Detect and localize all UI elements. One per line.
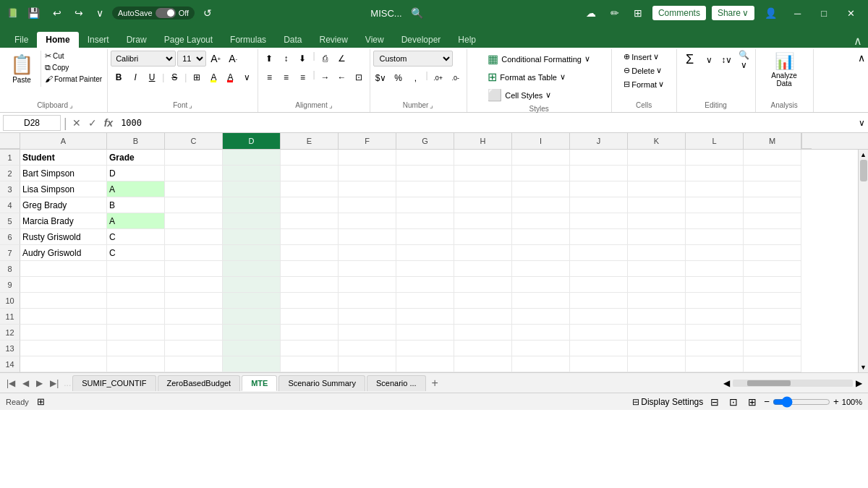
cell-g10[interactable] [396,293,454,309]
cell-h6[interactable] [454,229,512,245]
cell-j7[interactable] [570,245,628,261]
cell-a5[interactable]: Marcia Brady [20,213,107,229]
cell-j3[interactable] [570,181,628,197]
cell-b6[interactable]: C [107,229,165,245]
col-header-f[interactable]: F [339,133,396,149]
redo-button[interactable]: ↪ [70,6,88,20]
cell-b3[interactable]: A [107,181,165,197]
font-expand-icon[interactable]: ⌟ [189,101,192,109]
cell-c11[interactable] [165,309,223,325]
row-num-11[interactable]: 11 [0,309,20,325]
cell-l13[interactable] [686,341,744,356]
row-num-9[interactable]: 9 [0,277,20,293]
cell-j6[interactable] [570,229,628,245]
find-button[interactable]: 🔍∨ [736,52,752,68]
cell-k14[interactable] [628,356,686,372]
col-header-k[interactable]: K [628,133,686,149]
cell-f5[interactable] [339,213,396,229]
cell-d12[interactable] [223,325,281,341]
cell-j10[interactable] [570,293,628,309]
format-painter-button[interactable]: 🖌 Format Painter [43,74,104,84]
cell-h11[interactable] [454,309,512,325]
cell-c12[interactable] [165,325,223,341]
refresh-button[interactable]: ↺ [199,6,216,20]
comments-button[interactable]: Comments [652,6,706,20]
cell-e10[interactable] [281,293,339,309]
cut-button[interactable]: ✂ Cut [43,51,104,61]
cell-a13[interactable] [20,341,107,356]
cell-l10[interactable] [686,293,744,309]
cell-d5[interactable] [223,213,281,229]
edit-icon[interactable]: ✏ [606,6,624,20]
undo-button[interactable]: ↩ [48,6,66,20]
cell-l14[interactable] [686,356,744,372]
cell-m13[interactable] [744,341,801,356]
row-num-13[interactable]: 13 [0,341,20,356]
cell-b5[interactable]: A [107,213,165,229]
cell-l12[interactable] [686,325,744,341]
cell-f11[interactable] [339,309,396,325]
cell-f14[interactable] [339,356,396,372]
confirm-formula-button[interactable]: ✓ [86,116,99,129]
sheet-nav-next[interactable]: ▶ [33,377,46,390]
ribbon-collapse-button[interactable]: ∧ [854,34,862,48]
cell-h4[interactable] [454,197,512,213]
sum-button[interactable]: Σ [680,51,700,69]
cell-i11[interactable] [512,309,570,325]
cell-m9[interactable] [744,277,801,293]
cell-e11[interactable] [281,309,339,325]
share-button[interactable]: Share ∨ [712,6,754,20]
currency-button[interactable]: $∨ [373,70,389,86]
sheet-tab-scenario[interactable]: Scenario ... [367,375,426,391]
cell-f2[interactable] [339,166,396,181]
sheet-tab-scenario-summary[interactable]: Scenario Summary [278,375,365,391]
cell-b13[interactable] [107,341,165,356]
cell-m4[interactable] [744,197,801,213]
cell-l2[interactable] [686,166,744,181]
cell-j13[interactable] [570,341,628,356]
cell-i14[interactable] [512,356,570,372]
increase-font-button[interactable]: A+ [208,51,224,67]
sheet-nav-prev[interactable]: ◀ [19,377,33,390]
name-box[interactable]: D28 [3,115,61,131]
cell-k5[interactable] [628,213,686,229]
cell-h13[interactable] [454,341,512,356]
cell-i6[interactable] [512,229,570,245]
sheet-nav-last[interactable]: ▶| [46,377,62,390]
cell-g14[interactable] [396,356,454,372]
cell-m5[interactable] [744,213,801,229]
outdent-button[interactable]: ← [334,69,350,85]
cell-a11[interactable] [20,309,107,325]
bold-button[interactable]: B [111,69,127,85]
row-num-6[interactable]: 6 [0,229,20,245]
cell-e7[interactable] [281,245,339,261]
h-scroll-thumb[interactable] [747,380,791,386]
cell-l3[interactable] [686,181,744,197]
sheet-tab-sumif[interactable]: SUMIF_COUNTIF [72,375,156,391]
font-color-button[interactable]: A [222,69,238,85]
cell-b1[interactable]: Grade [107,150,165,166]
cell-m6[interactable] [744,229,801,245]
tab-view[interactable]: View [357,32,393,48]
cell-m14[interactable] [744,356,801,372]
add-sheet-button[interactable]: + [427,377,443,390]
cell-h10[interactable] [454,293,512,309]
cell-m1[interactable] [744,150,801,166]
cell-a7[interactable]: Audry Griswold [20,245,107,261]
cell-e5[interactable] [281,213,339,229]
cell-e9[interactable] [281,277,339,293]
cell-c2[interactable] [165,166,223,181]
cell-h9[interactable] [454,277,512,293]
row-num-5[interactable]: 5 [0,213,20,229]
cell-i7[interactable] [512,245,570,261]
row-num-7[interactable]: 7 [0,245,20,261]
cell-g8[interactable] [396,261,454,277]
cell-f13[interactable] [339,341,396,356]
tab-developer[interactable]: Developer [393,32,450,48]
cell-j5[interactable] [570,213,628,229]
cell-e3[interactable] [281,181,339,197]
cell-c13[interactable] [165,341,223,356]
cell-h3[interactable] [454,181,512,197]
cell-e12[interactable] [281,325,339,341]
ribbon-collapse-btn[interactable]: ∧ [858,52,865,64]
